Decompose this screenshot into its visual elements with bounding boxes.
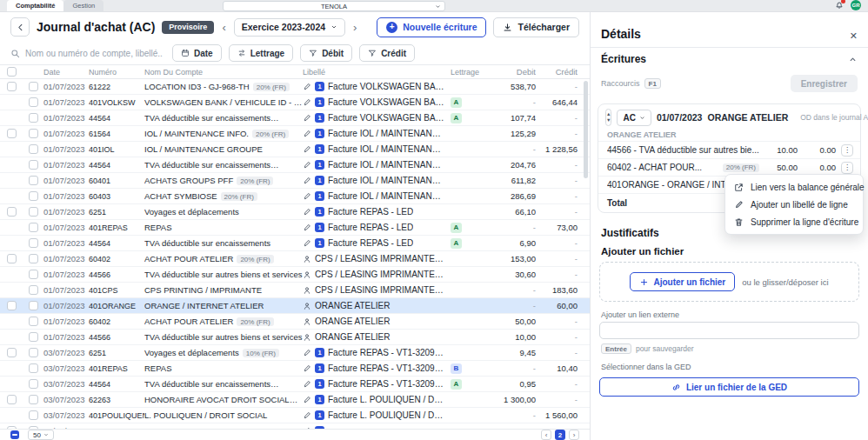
context-menu-item[interactable]: Lien vers la balance générale (725, 178, 863, 196)
journal-select[interactable]: AC (617, 110, 651, 126)
table-row[interactable]: 01/07/202344564TVA déductible sur encais… (0, 157, 590, 173)
table-row[interactable]: 03/07/20236251Voyages et déplacements10%… (0, 345, 590, 361)
table-row[interactable]: 03/07/2023401POULIQUENL. POULIQUEN / DRO… (0, 408, 590, 423)
row-checkbox[interactable] (29, 363, 38, 373)
tab-comptabilite[interactable]: Comptabilité (7, 0, 63, 11)
add-file-button[interactable]: Ajouter un fichier (630, 272, 735, 291)
row-checkbox[interactable] (29, 97, 38, 107)
entry-date-field[interactable]: 01/07/2023 (657, 112, 703, 123)
collapse-ecritures-button[interactable] (848, 55, 858, 64)
filter-credit-button[interactable]: Crédit (359, 44, 415, 62)
entry-group-checkbox[interactable] (7, 207, 17, 217)
table-row[interactable]: 01/07/2023401REPASREPAS1Facture REPAS - … (0, 220, 590, 236)
row-checkbox[interactable] (29, 160, 38, 170)
ged-link-button[interactable]: Lier un fichier de la GED (599, 377, 859, 397)
tab-gestion[interactable]: Gestion (63, 0, 103, 11)
table-row[interactable]: 01/07/202344564TVA déductible sur encais… (0, 236, 590, 251)
table-row[interactable]: 01/07/2023401ORANGEORANGE / INTERNET ATE… (0, 298, 590, 314)
entry-group-checkbox[interactable] (7, 395, 17, 404)
table-row[interactable]: 01/07/202344564TVA déductible sur encais… (0, 110, 590, 126)
row-checkbox[interactable] (29, 113, 38, 123)
previous-exercise-button[interactable]: ‹ (221, 22, 226, 33)
entry-line[interactable]: 44566 - TVA déductible sur autres bie...… (598, 141, 860, 158)
row-checkbox[interactable] (29, 144, 38, 154)
row-checkbox[interactable] (29, 317, 38, 326)
line-menu-button[interactable]: ⋮ (841, 144, 853, 157)
next-page-button[interactable]: › (569, 430, 579, 440)
table-row[interactable]: 01/07/202360402ACHAT POUR ATELIER20% (FR… (0, 251, 590, 267)
context-menu-item[interactable]: Ajouter un libellé de ligne (725, 196, 863, 213)
table-row[interactable]: 01/07/2023401IOLIOL / MAINTENANCE GROUPE… (0, 142, 590, 157)
table-row[interactable]: 01/07/202360403ACHAT SYMBIOSE20% (FR)1Fa… (0, 189, 590, 204)
close-icon[interactable]: ✕ (850, 31, 858, 41)
entry-stepper[interactable]: ▲▼ (605, 109, 611, 126)
row-checkbox[interactable] (29, 285, 38, 295)
external-link-input[interactable] (599, 322, 859, 339)
page-size-select[interactable]: 50 (28, 430, 54, 440)
table-row[interactable]: 01/07/202360402ACHAT POUR ATELIER20% (FR… (0, 314, 590, 330)
table-row[interactable]: 01/07/202344566TVA déductible sur autres… (0, 267, 590, 283)
row-checkbox[interactable] (29, 332, 38, 342)
row-checkbox[interactable] (29, 426, 38, 429)
table-row[interactable]: 03/07/2023401REPASREPAS1Facture REPAS - … (0, 361, 590, 377)
file-dropzone[interactable]: Ajouter un fichier ou le glisser/déposer… (599, 262, 859, 302)
row-checkbox[interactable] (29, 254, 38, 263)
entry-group-checkbox[interactable] (7, 426, 17, 429)
entry-line-credit[interactable]: 0.00 (803, 145, 836, 155)
row-checkbox[interactable] (29, 207, 38, 217)
next-exercise-button[interactable]: › (352, 22, 357, 33)
filter-date-button[interactable]: Date (172, 44, 222, 62)
notifications-button[interactable] (835, 1, 844, 10)
save-button[interactable]: Enregistrer (791, 75, 858, 92)
table-row[interactable]: 01/07/2023401VOLKSWVOLKSWAGEN BANK / VEH… (0, 95, 590, 110)
row-checkbox[interactable] (29, 223, 38, 232)
entry-group-checkbox[interactable] (7, 129, 17, 138)
context-menu-item[interactable]: Supprimer la ligne d'écriture (725, 213, 863, 230)
table-row[interactable]: 03/07/20231 (0, 423, 590, 429)
entry-group-checkbox[interactable] (7, 348, 17, 357)
entry-group-checkbox[interactable] (7, 254, 17, 263)
row-checkbox[interactable] (29, 82, 38, 91)
row-checkbox[interactable] (29, 379, 38, 389)
row-checkbox[interactable] (29, 191, 38, 201)
new-entry-button[interactable]: + Nouvelle écriture (377, 17, 486, 37)
table-row[interactable]: 01/07/202361564IOL / MAINTENANCE INFO.20… (0, 126, 590, 142)
table-row[interactable]: 01/07/202360401ACHATS GROUPS PFF20% (FR)… (0, 173, 590, 189)
row-checkbox[interactable] (29, 348, 38, 357)
entry-line[interactable]: 60402 - ACHAT POUR...20% (FR)50.000.00⋮ (598, 158, 860, 176)
entry-line-credit[interactable]: 0.00 (803, 163, 836, 172)
row-checkbox[interactable] (29, 410, 38, 420)
row-checkbox[interactable] (29, 270, 38, 279)
entry-line-debit[interactable]: 50.00 (765, 163, 798, 172)
select-all-checkbox[interactable] (7, 67, 17, 77)
entry-line-debit[interactable]: 10.00 (765, 145, 798, 155)
table-row[interactable]: 01/07/2023401CPSCPS PRINTING / IMPRIMANT… (0, 283, 590, 298)
entry-group-checkbox[interactable] (7, 301, 17, 310)
entry-group-checkbox[interactable] (7, 82, 17, 91)
line-menu-button[interactable]: ⋮ (841, 162, 853, 174)
table-row[interactable]: 01/07/202344566TVA déductible sur autres… (0, 330, 590, 345)
row-checkbox[interactable] (29, 129, 38, 138)
cell-numero: 44566 (89, 270, 144, 279)
footer-checkbox[interactable] (10, 430, 19, 439)
avatar[interactable]: GR (851, 0, 861, 10)
exercise-select[interactable]: Exercice 2023-2024 (234, 18, 345, 37)
scrollbar[interactable] (584, 81, 588, 178)
download-button[interactable]: Télécharger (493, 17, 579, 37)
row-checkbox[interactable] (29, 395, 38, 404)
table-row[interactable]: 03/07/202344564TVA déductible sur encais… (0, 377, 590, 392)
row-checkbox[interactable] (29, 176, 38, 185)
table-row[interactable]: 03/07/202362263HONORAIRE AVOCAT DROIT SO… (0, 392, 590, 408)
back-button[interactable] (10, 17, 30, 37)
company-select[interactable]: TENOLA (223, 1, 445, 11)
row-checkbox[interactable] (29, 301, 38, 310)
filter-debit-button[interactable]: Débit (300, 44, 352, 62)
table-row[interactable]: 01/07/20236251Voyages et déplacements1Fa… (0, 204, 590, 220)
col-debit: Debit (487, 67, 536, 77)
filter-lettrage-button[interactable]: Lettrage (229, 44, 293, 62)
cell-lettrage: A (451, 113, 487, 123)
table-row[interactable]: 01/07/202361222LOCATION ID3 - GJ-968-TH2… (0, 79, 590, 95)
previous-page-button[interactable]: ‹ (541, 430, 551, 440)
row-checkbox[interactable] (29, 238, 38, 248)
search-input[interactable] (25, 49, 163, 58)
